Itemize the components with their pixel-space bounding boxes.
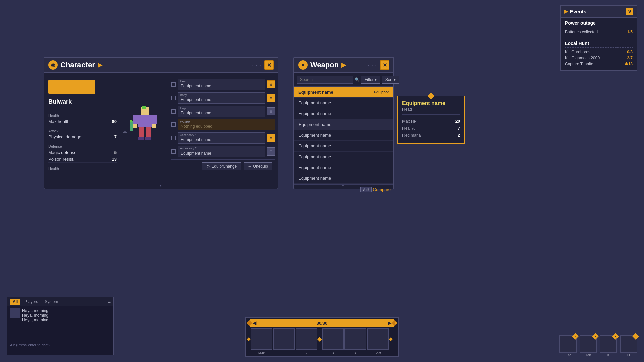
weapon-item-5[interactable]: Equipment name [294, 141, 393, 152]
sort-btn[interactable]: Sort ▾ [382, 76, 399, 84]
weapon-icon: ✕ [298, 60, 308, 70]
character-icon: ◉ [48, 60, 58, 70]
chat-message-0: Heya, morning! Heya, morning! Heya, morn… [10, 308, 111, 322]
quick-slot-o-box[interactable]: 4 [620, 335, 637, 353]
equip-stat-mana-value: 2 [458, 133, 460, 138]
hotbar-slot-2[interactable] [296, 328, 317, 350]
weapon-item-2[interactable]: Equipment name [294, 108, 393, 119]
legs-checkbox[interactable] [171, 109, 176, 114]
hotbar-slot-rmb[interactable] [251, 328, 272, 350]
equip-change-btn[interactable]: ⚙ Equip/Change [202, 162, 241, 170]
equip-stat-maxhp-label: Max HP [402, 119, 417, 124]
hotbar-arrow-left[interactable]: ◀ [253, 320, 256, 326]
weapon-item-3[interactable]: Equipment name [294, 119, 393, 130]
equip-detail-panel: Equipment name Head Max HP 20 Heal % 7 R… [397, 96, 465, 144]
acc1-skin-btn[interactable]: ⊕ [267, 134, 275, 142]
task-progress: 4/13 [625, 62, 633, 66]
legs-field[interactable]: Legs Equipment name [178, 106, 265, 117]
svg-rect-1 [142, 106, 144, 109]
equipped-badge: Equipped [374, 90, 389, 94]
weapon-item-name-7: Equipment name [298, 165, 331, 170]
acc2-skin-btn[interactable]: ⊞ [267, 147, 275, 156]
physical-damage-row: Physical damage 7 [48, 134, 117, 140]
tab-key: Tab [586, 353, 591, 357]
quick-slot-k-box[interactable]: 3 [600, 335, 617, 353]
poison-resist-row: Poison resist. 13 [48, 156, 117, 163]
chat-messages: Heya, morning! Heya, morning! Heya, morn… [7, 306, 113, 340]
poison-resist-name: Poison resist. [48, 157, 74, 162]
head-field[interactable]: Head Equipment name [178, 79, 265, 90]
head-checkbox[interactable] [171, 82, 176, 87]
svg-rect-6 [133, 124, 137, 128]
event-local-hunt: Local Hunt Kill Ouroboros 0/3 Kill Gigam… [561, 38, 637, 70]
weapon-item-1[interactable]: Equipment name [294, 98, 393, 108]
legs-label: Legs [180, 107, 187, 110]
acc2-field[interactable]: Accessory 2 Equipment name [178, 146, 265, 157]
key-2: 2 [296, 351, 317, 355]
hotbar-diamond-left [247, 320, 252, 326]
weapon-panel: ✕ Weapon ▶ • • • ✕ 🔍 Filter ▾ Sort ▾ Equ… [293, 57, 394, 189]
acc2-label: Accessory 2 [180, 147, 197, 150]
quick-slot-k: 3 K [600, 335, 617, 357]
health2-label: Health [48, 167, 117, 171]
hotbar-slot-4[interactable] [344, 328, 366, 350]
acc1-checkbox[interactable] [171, 136, 176, 140]
hotbar-slot-3[interactable] [322, 328, 344, 350]
body-field[interactable]: Body Equipment name [178, 92, 265, 104]
equip-detail-type: Head [402, 107, 460, 115]
hotbar-progress-bar: 30/30 ◀ ▶ [250, 319, 394, 327]
acc1-field[interactable]: Accessory 1 Equipment name [178, 132, 265, 144]
weapon-close-btn[interactable]: ✕ [380, 60, 389, 70]
shift-badge: Shift [360, 187, 372, 192]
weapon-checkbox[interactable] [171, 122, 176, 127]
task-label: Batteries collected [565, 29, 598, 34]
weapon-item-8[interactable]: Equipment name [294, 173, 393, 184]
equipment-slots: Head Equipment name ⊕ Body Equipment nam… [168, 76, 278, 189]
weapon-item-4[interactable]: Equipment name [294, 130, 393, 141]
head-skin-btn[interactable]: ⊕ [267, 80, 275, 88]
weapon-item-6[interactable]: Equipment name [294, 152, 393, 162]
weapon-item-name-6: Equipment name [298, 154, 331, 159]
character-close-btn[interactable]: ✕ [264, 60, 274, 70]
task-label: Kill Gigamech 2000 [565, 56, 600, 60]
weapon-resize-handle: • • • [368, 64, 377, 67]
unequip-btn[interactable]: ↩ Unequip [244, 162, 272, 170]
hotbar-arrow-right[interactable]: ▶ [388, 320, 391, 326]
chat-menu-btn[interactable]: ≡ [108, 299, 111, 304]
weapon-field[interactable]: Weapon Nothing equipped [178, 119, 275, 130]
chat-tab-all[interactable]: All [10, 299, 20, 305]
legs-skin-btn[interactable]: ⊞ [267, 107, 275, 115]
quick-slot-tab-box[interactable]: 2 [580, 335, 597, 353]
svg-rect-12 [138, 137, 144, 140]
body-checkbox[interactable] [171, 96, 176, 100]
event-task-batteries: Batteries collected 1/5 [565, 29, 633, 35]
chat-tab-system[interactable]: System [42, 299, 61, 305]
hotbar-slot-shift[interactable] [367, 328, 389, 350]
body-skin-btn[interactable]: ⊕ [267, 94, 275, 102]
weapon-item-name-0: Equipment name [298, 89, 333, 95]
weapon-search-input[interactable] [297, 76, 353, 84]
equip-stat-heal-value: 7 [458, 126, 460, 131]
events-expand-btn[interactable]: ∨ [626, 8, 633, 15]
svg-rect-11 [146, 127, 151, 137]
character-avatar [48, 80, 95, 94]
hotbar-center-diamond [317, 337, 322, 341]
svg-rect-2 [144, 106, 146, 109]
magic-defense-value: 5 [114, 150, 117, 155]
task-label: Kill Ouroboros [565, 50, 590, 54]
chat-header: All Players System ≡ [7, 297, 113, 306]
chat-tab-players-label: Players [24, 299, 38, 304]
filter-btn[interactable]: Filter ▾ [361, 76, 380, 84]
chat-tab-players[interactable]: Players [22, 299, 41, 305]
equip-stat-maxhp: Max HP 20 [402, 118, 460, 125]
quick-slot-esc: 1 Esc [559, 335, 577, 357]
hotbar-slot-1[interactable] [273, 328, 295, 350]
quick-slot-esc-box[interactable]: 1 [559, 335, 577, 353]
acc2-checkbox[interactable] [171, 149, 176, 154]
character-panel: ◉ Character ▶ • • • ✕ ✏ Bulwark Health M… [44, 57, 278, 189]
weapon-item-7[interactable]: Equipment name [294, 162, 393, 173]
compare-btn[interactable]: Compare [373, 187, 391, 192]
weapon-item-0[interactable]: Equipment name Equipped [294, 87, 393, 98]
chat-text-2: Heya, morning! [22, 318, 49, 322]
compare-label: Compare [373, 187, 391, 192]
